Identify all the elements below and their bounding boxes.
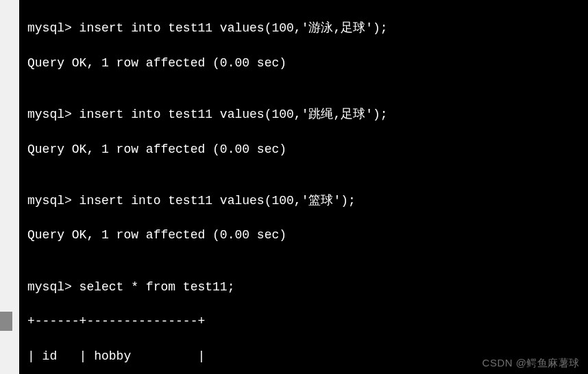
terminal-line: mysql> insert into test11 values(100,'游泳… <box>27 20 588 37</box>
terminal-output[interactable]: mysql> insert into test11 values(100,'游泳… <box>27 3 588 374</box>
scrollbar-thumb[interactable] <box>0 312 12 331</box>
terminal-line: mysql> select * from test11; <box>27 279 588 296</box>
watermark: CSDN @鳄鱼麻薯球 <box>482 356 580 370</box>
terminal-line: Query OK, 1 row affected (0.00 sec) <box>27 141 588 158</box>
gutter <box>0 0 19 374</box>
terminal-line: mysql> insert into test11 values(100,'篮球… <box>27 192 588 210</box>
terminal-line: Query OK, 1 row affected (0.00 sec) <box>27 227 588 244</box>
table-border: +------+---------------+ <box>27 313 588 330</box>
terminal-line: Query OK, 1 row affected (0.00 sec) <box>27 55 588 72</box>
terminal-line: mysql> insert into test11 values(100,'跳绳… <box>27 106 588 123</box>
